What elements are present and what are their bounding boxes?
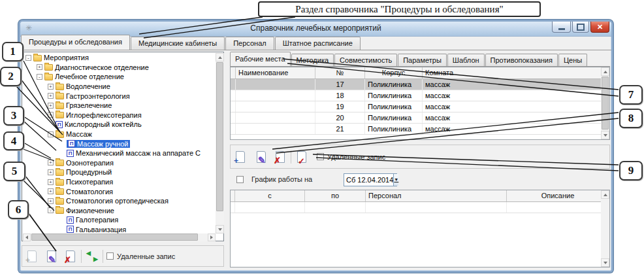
tab-personnel[interactable]: Персонал	[225, 37, 274, 50]
tree-item[interactable]: Кислородный коктейль	[23, 120, 216, 129]
tree-item[interactable]: Гальванизация	[23, 225, 216, 233]
maximize-button[interactable]	[572, 22, 589, 33]
tree-item[interactable]: Лечебное отделение	[23, 72, 216, 82]
table-vscrollbar[interactable]	[601, 190, 609, 267]
col-room[interactable]: Комната	[423, 67, 609, 78]
scroll-up-button[interactable]	[216, 53, 224, 61]
scroll-up-button[interactable]	[601, 190, 609, 199]
tree-item[interactable]: Психотерапия	[23, 177, 216, 187]
date-combobox[interactable]: Сб 12.04.2014 ▼	[344, 173, 397, 186]
edit-record-button[interactable]: ✎	[44, 249, 59, 264]
col-description[interactable]: Описание	[507, 190, 609, 201]
scroll-thumb[interactable]	[31, 233, 198, 241]
scroll-right-button[interactable]	[208, 233, 216, 241]
tree-item[interactable]: Массаж	[23, 129, 216, 139]
scroll-thumb[interactable]	[216, 62, 223, 211]
collapse-icon[interactable]	[25, 55, 31, 61]
tree-item-selected[interactable]: Массаж ручной	[23, 139, 216, 148]
tree-hscrollbar[interactable]	[23, 233, 216, 241]
tree-item[interactable]: Водолечение	[23, 82, 216, 92]
scroll-thumb[interactable]	[602, 77, 609, 129]
expand-icon[interactable]	[48, 179, 54, 185]
delete-record-button[interactable]: ✗	[63, 249, 78, 264]
table-row[interactable]	[231, 202, 609, 213]
col-personnel[interactable]: Персонал	[366, 190, 507, 201]
tab-template[interactable]: Шаблон	[447, 54, 485, 66]
callout-3: 3	[3, 106, 24, 126]
tree-item[interactable]: Грязелечение	[23, 101, 216, 111]
tree-item[interactable]: Гастроэнтерология	[23, 91, 216, 101]
minimize-button[interactable]	[552, 22, 571, 33]
tab-contraindications[interactable]: Противопоказания	[485, 54, 558, 66]
expand-icon[interactable]	[48, 160, 54, 165]
procedure-icon	[67, 150, 74, 157]
tab-medical-rooms[interactable]: Медицинские кабинеты	[131, 37, 225, 50]
callout-1: 1	[2, 42, 24, 61]
scroll-down-button[interactable]	[601, 131, 609, 139]
table-vscrollbar[interactable]	[601, 67, 609, 139]
deleted-records-checkbox[interactable]	[106, 252, 114, 260]
scroll-left-button[interactable]	[23, 233, 31, 241]
confirm-record-button[interactable]: ✓	[295, 150, 309, 164]
tree-item[interactable]: Мероприятия	[23, 53, 216, 63]
tree-item[interactable]: Механический массаж на аппарате С	[23, 148, 216, 158]
collapse-icon[interactable]	[37, 74, 42, 80]
table-row[interactable]: 17 Поликлиника массаж	[231, 79, 609, 90]
delete-record-button[interactable]: ✗	[273, 150, 287, 164]
col-building[interactable]: Корпус	[365, 67, 423, 78]
tab-prices[interactable]: Цены	[558, 54, 587, 66]
expand-icon[interactable]	[48, 112, 54, 118]
tree-item-label: Физиолечение	[66, 207, 114, 215]
col-to[interactable]: по	[305, 190, 366, 201]
expand-icon[interactable]	[48, 93, 54, 99]
schedule-checkbox[interactable]	[236, 176, 244, 183]
edit-record-button[interactable]: ✎	[254, 150, 268, 164]
expand-icon[interactable]	[48, 169, 54, 175]
collapse-icon[interactable]	[48, 207, 54, 213]
cell-room: массаж	[423, 124, 609, 134]
tab-compatibility[interactable]: Совместимость	[334, 54, 397, 66]
tree-item[interactable]: Озонотерапия	[23, 158, 216, 168]
tab-methodology[interactable]: Методика	[291, 54, 334, 66]
tab-staffing[interactable]: Штатное расписание	[275, 37, 361, 50]
collapse-icon[interactable]	[48, 131, 54, 137]
tree-item-label: Галотерапия	[76, 216, 118, 224]
table-row[interactable]: 21 Поликлиника массаж	[231, 124, 609, 135]
add-record-button[interactable]: +	[25, 249, 39, 264]
deleted-records-checkbox[interactable]	[317, 153, 324, 160]
tree-item[interactable]: Диагностическое отделение	[23, 63, 216, 73]
expand-icon[interactable]	[37, 64, 42, 70]
scroll-down-button[interactable]	[216, 225, 224, 233]
expand-icon[interactable]	[48, 84, 54, 90]
tree-item[interactable]: Иглорефлексотерапия	[23, 111, 216, 120]
tab-parameters[interactable]: Параметры	[398, 54, 447, 66]
scroll-up-button[interactable]	[601, 67, 609, 76]
tree-item[interactable]: Процедурный	[23, 167, 216, 177]
tree-item[interactable]: Галотерапия	[23, 215, 216, 225]
folder-icon	[44, 74, 53, 80]
cell-name	[236, 90, 315, 101]
add-record-button[interactable]: +	[233, 150, 248, 164]
table-row[interactable]: 19 Поликлиника массаж	[231, 101, 609, 112]
tree-item-label: Стоматология ортопедическая	[66, 197, 169, 205]
tree-item[interactable]: Стоматология	[23, 186, 216, 196]
tree-vscrollbar[interactable]	[216, 53, 224, 233]
col-from[interactable]: с	[235, 190, 305, 201]
tab-procedures[interactable]: Процедуры и обследования	[21, 35, 130, 50]
expand-icon[interactable]	[48, 103, 54, 109]
tab-workplaces[interactable]: Рабочие места	[230, 52, 291, 66]
expand-icon[interactable]	[48, 198, 54, 204]
expand-icon[interactable]	[48, 188, 54, 194]
tree-item[interactable]: Стоматология ортопедическая	[23, 196, 216, 206]
col-name[interactable]: Наименование	[236, 67, 315, 78]
scroll-down-button[interactable]	[601, 258, 609, 267]
dropdown-icon[interactable]: ▼	[393, 174, 398, 186]
move-record-button[interactable]: ◀▶	[85, 250, 99, 262]
col-number[interactable]: №	[315, 67, 365, 78]
tree-item[interactable]: Физиолечение	[23, 206, 216, 216]
table-row[interactable]: 20 Поликлиника массаж	[231, 112, 609, 124]
tree-item-label: Психотерапия	[66, 178, 113, 186]
cell-number: 18	[315, 90, 365, 101]
close-button[interactable]: ✕	[590, 22, 609, 33]
table-row[interactable]: 18 Поликлиника массаж	[231, 90, 609, 101]
